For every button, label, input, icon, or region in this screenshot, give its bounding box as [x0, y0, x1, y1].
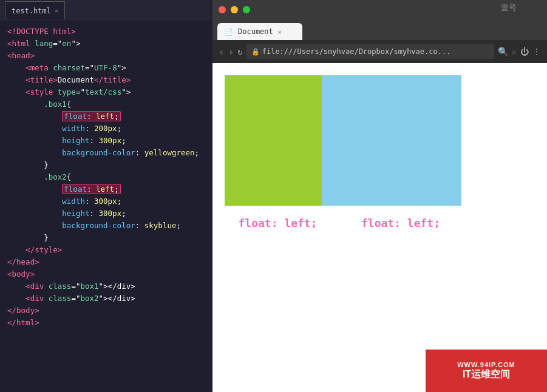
browser-tab-title: Document [238, 27, 273, 36]
minimize-window-button[interactable] [231, 6, 238, 13]
box2-float-text: float: left; [361, 217, 440, 229]
code-line-9: width: 200px; [7, 123, 205, 135]
browser-tab-icon: 📄 [225, 28, 233, 36]
code-line-6: <style type="text/css"> [7, 86, 205, 98]
browser-tab-document[interactable]: 📄 Document ✕ [217, 23, 302, 40]
code-editor: test.html ✕ <!DOCTYPE html> <html lang="… [0, 0, 212, 392]
code-line-16: height: 300px; [7, 208, 205, 220]
editor-tab[interactable]: test.html ✕ [5, 1, 65, 19]
box2-float-label: float: left; [331, 217, 471, 229]
box1-element [225, 75, 322, 206]
forward-button[interactable]: › [228, 46, 234, 58]
float-labels-row: float: left; float: left; [225, 212, 535, 229]
code-line-22: <div class="box1"></div> [7, 280, 205, 292]
boxes-container [225, 75, 535, 206]
code-line-5: <title>Document</title> [7, 74, 205, 86]
watermark-text: IT运维空间 [463, 368, 510, 381]
box1-float-label: float: left; [225, 217, 331, 229]
url-text: file:///Users/smyhvae/Dropbox/smyhvae.co… [262, 47, 489, 56]
code-line-24: </body> [7, 305, 205, 317]
tab-close-icon[interactable]: ✕ [55, 7, 58, 14]
code-line-7: .box1{ [7, 98, 205, 110]
code-line-4: <meta charset="UTF-8"> [7, 62, 205, 74]
code-line-12: } [7, 159, 205, 171]
address-bar[interactable]: 🔒 file:///Users/smyhvae/Dropbox/smyhvae.… [246, 44, 494, 59]
code-line-21: <body> [7, 268, 205, 280]
code-line-20: </head> [7, 256, 205, 268]
code-line-15: width: 300px; [7, 195, 205, 208]
box1-float-text: float: left; [238, 217, 317, 229]
browser-chrome [212, 0, 547, 19]
code-line-14: float: left; [7, 183, 205, 195]
bookmark-icon[interactable]: ☆ [512, 47, 517, 56]
code-line-8: float: left; [7, 110, 205, 123]
refresh-button[interactable]: ↻ [237, 47, 242, 56]
editor-tab-bar: test.html ✕ [0, 0, 212, 21]
browser-content: float: left; float: left; [212, 63, 547, 392]
search-icon[interactable]: 🔍 [498, 47, 508, 56]
code-line-11: background-color: yellowgreen; [7, 147, 205, 159]
browser-tab-close-icon[interactable]: ✕ [278, 29, 282, 35]
code-line-13: .box2{ [7, 171, 205, 183]
code-line-2: <html lang="en"> [7, 38, 205, 50]
code-line-19: </style> [7, 244, 205, 256]
tab-label: test.html [12, 7, 51, 15]
code-line-1: <!DOCTYPE html> [7, 25, 205, 38]
browser-toolbar-icons: 🔍 ☆ ⏻ ⋮ [498, 47, 541, 56]
code-line-25: </html> [7, 317, 205, 329]
browser-tab-strip: 📄 Document ✕ [212, 19, 547, 40]
browser-toolbar: ‹ › ↻ 🔒 file:///Users/smyhvae/Dropbox/sm… [212, 40, 547, 63]
window-label: 壹号 [501, 2, 517, 13]
code-line-17: background-color: skyblue; [7, 220, 205, 232]
maximize-window-button[interactable] [243, 6, 250, 13]
code-line-10: height: 300px; [7, 135, 205, 147]
code-line-3: <head> [7, 50, 205, 62]
menu-icon[interactable]: ⋮ [532, 47, 541, 56]
power-icon[interactable]: ⏻ [520, 47, 529, 56]
watermark: WWW.94IP.COM IT运维空间 [426, 350, 547, 392]
code-line-18: } [7, 232, 205, 244]
secure-icon: 🔒 [251, 48, 260, 56]
code-line-23: <div class="box2"></div> [7, 292, 205, 305]
box2-element [322, 75, 461, 206]
back-button[interactable]: ‹ [219, 46, 225, 58]
code-area: <!DOCTYPE html> <html lang="en"> <head> … [0, 21, 212, 392]
watermark-url: WWW.94IP.COM [457, 361, 515, 368]
close-window-button[interactable] [219, 6, 226, 13]
browser-panel: 📄 Document ✕ ‹ › ↻ 🔒 file:///Users/smyhv… [212, 0, 547, 392]
